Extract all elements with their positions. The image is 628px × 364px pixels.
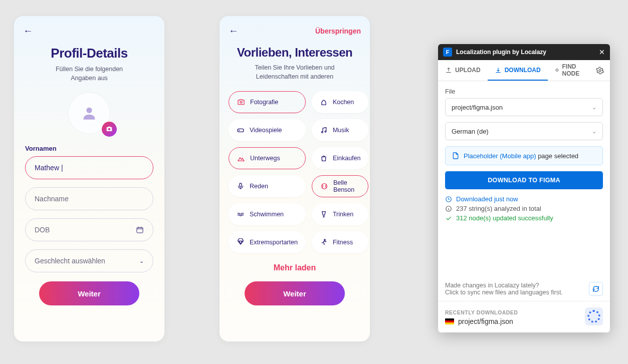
dob-placeholder: DOB	[35, 226, 50, 234]
gamepad-icon	[237, 126, 245, 134]
status-downloaded-text: Downloaded just now	[456, 195, 518, 203]
page-title: Vorlieben, Interessen	[220, 46, 370, 60]
interest-chip-label: Fitness	[333, 239, 353, 246]
camera-icon	[237, 98, 245, 106]
clock-icon	[445, 196, 452, 203]
page-subtitle: Füllen Sie die folgenden Angaben aus	[14, 65, 164, 83]
file-select-value: project/figma.json	[452, 104, 503, 111]
back-icon[interactable]: ←	[229, 25, 239, 37]
language-select[interactable]: German (de) ⌄	[445, 122, 603, 140]
interest-chip-label: Musik	[333, 127, 349, 134]
page-icon	[452, 152, 460, 160]
status-analyzed: 237 string(s) analyzed in total	[445, 205, 603, 212]
tab-upload-label: UPLOAD	[455, 67, 481, 74]
status-updated-text: 312 node(s) updated successfully	[456, 214, 553, 222]
person-icon	[81, 105, 98, 122]
info-icon	[445, 205, 452, 212]
gear-icon	[596, 67, 604, 75]
interest-chip-label: Extremsportarten	[250, 239, 298, 246]
first-name-input[interactable]: Mathew |	[25, 156, 153, 179]
camera-icon	[106, 126, 113, 133]
interest-chip[interactable]: Extremsportarten	[229, 231, 306, 253]
page-selected-name: Placeholder (Mobile app)	[464, 152, 536, 160]
interest-chip[interactable]: Fotografie	[229, 91, 306, 113]
interest-chip-label: Belle Benson	[333, 179, 360, 193]
status-downloaded: Downloaded just now	[445, 195, 603, 203]
bag-icon	[320, 154, 328, 162]
interest-chip-label: Unterwegs	[250, 155, 280, 162]
interest-chip[interactable]: Reden	[229, 175, 306, 197]
svg-point-8	[324, 239, 326, 241]
sync-prompt-line1: Made changes in Localazy lately?	[445, 282, 563, 289]
interest-chip[interactable]: Fitness	[312, 231, 369, 253]
page-selected-banner: Placeholder (Mobile app) page selected	[445, 146, 603, 165]
target-icon	[555, 67, 559, 74]
load-more-link[interactable]: Mehr laden	[220, 263, 370, 272]
download-to-figma-button[interactable]: DOWNLOAD TO FIGMA	[445, 171, 603, 189]
interest-chip-label: Videospiele	[250, 127, 282, 134]
page-title: Profil-Details	[14, 46, 164, 61]
check-icon	[445, 215, 452, 222]
recent-file-row[interactable]: project/figma.json	[445, 317, 518, 325]
skip-link[interactable]: Überspringen	[315, 27, 361, 35]
german-flag-icon	[445, 318, 454, 324]
tab-upload[interactable]: UPLOAD	[438, 60, 488, 81]
avatar-camera-button[interactable]	[102, 122, 117, 137]
interest-chip-label: Trinken	[333, 211, 353, 218]
svg-point-2	[240, 101, 242, 103]
status-analyzed-text: 237 string(s) analyzed in total	[456, 205, 541, 212]
run-icon	[320, 238, 328, 246]
sync-icon	[592, 285, 600, 293]
interest-chip[interactable]: Videospiele	[229, 119, 306, 141]
interest-chip[interactable]: Trinken	[312, 203, 369, 225]
interests-screen: ← Überspringen Vorlieben, Interessen Tei…	[220, 16, 370, 341]
recent-label: RECENTLY DOWNLOADED	[445, 309, 518, 315]
interest-chip[interactable]: Musik	[312, 119, 369, 141]
tab-find-label: FIND NODE	[562, 63, 583, 77]
interest-chip-label: Kochen	[333, 99, 354, 106]
tab-find-node[interactable]: FIND NODE	[548, 60, 590, 81]
interest-chip-label: Schwimmen	[250, 211, 284, 218]
file-label: File	[445, 88, 603, 95]
parachute-icon	[237, 238, 245, 246]
gender-select[interactable]: Geschlecht auswählen ⌄	[25, 249, 153, 272]
interest-chip[interactable]: Schwimmen	[229, 203, 306, 225]
interest-chip[interactable]: Kochen	[312, 91, 369, 113]
tab-download[interactable]: DOWNLOAD	[488, 60, 548, 81]
svg-point-4	[321, 132, 323, 133]
loading-indicator	[585, 307, 603, 325]
chef-icon	[320, 98, 328, 106]
calendar-icon	[136, 226, 144, 234]
hike-icon	[237, 154, 245, 162]
svg-point-5	[325, 131, 326, 132]
chevron-down-icon: ⌄	[592, 104, 596, 111]
svg-rect-3	[238, 129, 244, 132]
text-cursor: |	[61, 164, 63, 172]
svg-rect-6	[240, 183, 242, 187]
interest-chip-label: Reden	[250, 183, 268, 190]
interest-chip-grid: FotografieKochenVideospieleMusikUnterweg…	[220, 81, 370, 253]
continue-button[interactable]: Weiter	[39, 281, 139, 305]
close-icon[interactable]: ✕	[599, 48, 605, 56]
waves-icon	[237, 210, 245, 218]
interest-chip[interactable]: Belle Benson	[312, 175, 369, 197]
last-name-placeholder: Nachname	[35, 195, 69, 203]
settings-button[interactable]	[590, 60, 610, 81]
interest-chip-label: Einkaufen	[333, 155, 361, 162]
interest-chip[interactable]: Einkaufen	[312, 147, 369, 169]
file-select[interactable]: project/figma.json ⌄	[445, 98, 603, 116]
status-updated: 312 node(s) updated successfully	[445, 214, 603, 222]
back-icon[interactable]: ←	[23, 25, 33, 37]
dob-input[interactable]: DOB	[25, 218, 153, 241]
tab-download-label: DOWNLOAD	[505, 67, 541, 74]
sync-button[interactable]	[589, 282, 603, 296]
last-name-input[interactable]: Nachname	[25, 187, 153, 210]
language-select-value: German (de)	[452, 128, 489, 135]
first-name-value: Mathew	[35, 164, 59, 172]
page-selected-tail: page selected	[536, 152, 579, 160]
chevron-down-icon: ⌄	[139, 258, 144, 264]
continue-button[interactable]: Weiter	[245, 281, 345, 305]
localazy-plugin-panel: F Localization plugin by Localazy ✕ UPLO…	[438, 44, 610, 332]
music-icon	[320, 126, 328, 134]
interest-chip[interactable]: Unterwegs	[229, 147, 306, 169]
